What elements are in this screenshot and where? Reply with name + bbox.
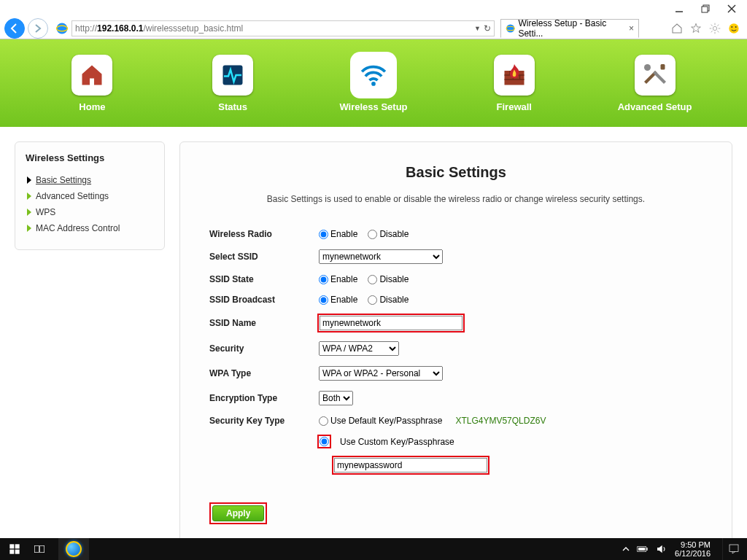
page-title: Basic Settings [209, 164, 703, 181]
nav-status[interactable]: Status [178, 55, 287, 112]
tab-close-icon[interactable]: × [629, 23, 634, 34]
ssid-state-enable[interactable]: Enable [319, 274, 357, 284]
encryption-type-dropdown[interactable]: Both [319, 391, 353, 405]
nav-forward-button[interactable] [28, 18, 48, 39]
select-ssid-label: Select SSID [209, 252, 319, 262]
default-key-value: XTLG4YMV57QLDZ6V [455, 416, 546, 426]
caret-right-icon [27, 225, 31, 232]
svg-point-22 [371, 82, 376, 86]
use-custom-key-label: Use Custom Key/Passphrase [340, 437, 454, 447]
svg-rect-34 [9, 550, 14, 554]
svg-line-14 [711, 24, 713, 26]
tray-overflow-icon[interactable] [622, 545, 630, 553]
tab-favicon-icon [506, 23, 515, 34]
ssid-state-disable[interactable]: Disable [368, 274, 409, 284]
select-ssid-dropdown[interactable]: mynewnetwork [319, 249, 443, 264]
custom-key-input[interactable] [334, 458, 487, 472]
svg-rect-37 [40, 545, 44, 552]
window-restore-button[interactable] [700, 4, 711, 14]
smiley-icon[interactable] [728, 23, 740, 34]
use-custom-key-radio[interactable] [320, 437, 329, 446]
svg-point-5 [57, 23, 68, 34]
svg-point-20 [735, 26, 737, 28]
svg-point-30 [644, 64, 651, 71]
main-nav: Home Status Wireless Setup Firewall Adva… [0, 39, 747, 127]
task-view-button[interactable] [34, 543, 45, 555]
svg-line-16 [717, 24, 719, 26]
nav-home[interactable]: Home [37, 55, 147, 112]
nav-status-label: Status [218, 101, 247, 112]
main-panel: Basic Settings Basic Settings is used to… [179, 141, 732, 538]
svg-rect-2 [702, 7, 708, 12]
nav-firewall[interactable]: Firewall [460, 55, 569, 112]
home-icon[interactable] [671, 23, 683, 34]
ie-favicon-icon [55, 22, 69, 35]
browser-tab[interactable]: Wireless Setup - Basic Setti... × [500, 19, 639, 38]
tools-icon[interactable] [709, 23, 721, 34]
nav-advanced[interactable]: Advanced Setup [600, 55, 710, 112]
caret-right-icon [27, 192, 31, 200]
sidebar-item-label: Advanced Settings [36, 191, 109, 201]
ssid-broadcast-disable[interactable]: Disable [368, 295, 409, 305]
tools-cross-icon [642, 62, 668, 88]
svg-point-19 [731, 26, 732, 28]
svg-rect-39 [646, 548, 647, 551]
wpa-type-dropdown[interactable]: WPA or WPA2 - Personal [319, 366, 443, 381]
wireless-radio-disable[interactable]: Disable [368, 229, 409, 239]
wireless-radio-enable[interactable]: Enable [319, 229, 357, 239]
battery-icon[interactable] [637, 543, 649, 555]
svg-rect-41 [729, 545, 738, 551]
sidebar-item-label: WPS [36, 207, 55, 217]
svg-point-18 [729, 23, 738, 33]
window-title-bar [0, 0, 747, 18]
nav-back-button[interactable] [4, 18, 25, 39]
heartbeat-icon [220, 62, 246, 88]
address-dropdown-icon[interactable]: ▼ [474, 25, 481, 32]
browser-chrome: http://192.168.0.1/wirelesssetup_basic.h… [0, 18, 747, 39]
taskbar-time: 9:50 PM [675, 540, 711, 549]
favorites-icon[interactable] [690, 23, 702, 34]
taskbar-clock[interactable]: 9:50 PM 6/12/2016 [675, 540, 711, 558]
url-path: /wirelesssetup_basic.html [143, 23, 243, 34]
svg-rect-32 [9, 544, 14, 548]
ssid-state-label: SSID State [209, 274, 319, 284]
taskbar-ie-button[interactable] [58, 538, 89, 560]
firewall-icon [501, 62, 527, 88]
address-bar[interactable]: http://192.168.0.1/wirelesssetup_basic.h… [71, 20, 495, 36]
ssid-broadcast-enable[interactable]: Enable [319, 295, 357, 305]
taskbar-date: 6/12/2016 [675, 549, 711, 558]
page-description: Basic Settings is used to enable or disa… [209, 194, 703, 204]
nav-wireless[interactable]: Wireless Setup [319, 55, 428, 112]
ssid-name-highlight [319, 315, 463, 331]
nav-firewall-label: Firewall [497, 101, 532, 112]
volume-icon[interactable] [656, 543, 667, 555]
action-center-button[interactable] [722, 538, 744, 560]
window-close-button[interactable] [727, 4, 737, 14]
sidebar-item-advanced-settings[interactable]: Advanced Settings [26, 188, 154, 204]
sidebar-title: Wireless Settings [26, 152, 154, 163]
svg-point-9 [713, 26, 716, 30]
apply-button[interactable]: Apply [212, 505, 264, 521]
security-key-type-label: Security Key Type [209, 416, 319, 426]
refresh-icon[interactable]: ↻ [484, 23, 491, 34]
caret-right-icon [27, 176, 31, 184]
ssid-name-label: SSID Name [209, 318, 319, 328]
house-icon [79, 62, 105, 88]
sidebar-item-wps[interactable]: WPS [26, 204, 154, 220]
custom-key-highlight [333, 457, 488, 473]
svg-rect-33 [15, 544, 20, 548]
ssid-name-input[interactable] [320, 316, 462, 330]
svg-rect-40 [638, 548, 645, 551]
sidebar-item-label: MAC Address Control [36, 223, 120, 233]
url-scheme: http:// [75, 23, 97, 34]
start-button[interactable] [9, 543, 20, 555]
window-minimize-button[interactable] [674, 4, 684, 14]
nav-home-label: Home [79, 101, 105, 112]
svg-point-7 [506, 24, 514, 32]
encryption-type-label: Encryption Type [209, 393, 319, 403]
security-dropdown[interactable]: WPA / WPA2 [319, 341, 399, 356]
sidebar-item-basic-settings[interactable]: Basic Settings [26, 172, 154, 188]
sidebar-item-mac-address-control[interactable]: MAC Address Control [26, 220, 154, 236]
sidebar-item-label: Basic Settings [36, 175, 91, 185]
use-default-key-radio[interactable]: Use Default Key/Passphrase [319, 416, 442, 426]
